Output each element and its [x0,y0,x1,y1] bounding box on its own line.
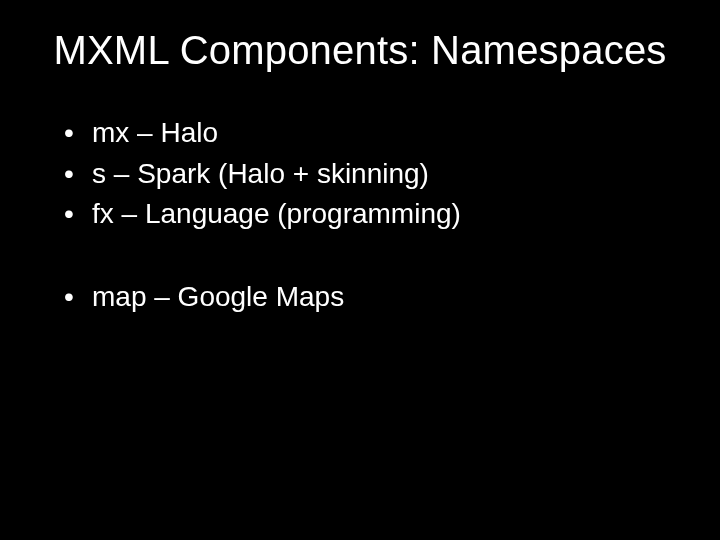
list-item: map – Google Maps [64,277,670,318]
bullet-list: map – Google Maps [50,277,670,318]
slide-title: MXML Components: Namespaces [50,28,670,73]
slide: MXML Components: Namespaces mx – Halo s … [0,0,720,540]
spacer [50,235,670,277]
list-item: s – Spark (Halo + skinning) [64,154,670,195]
list-item: fx – Language (programming) [64,194,670,235]
list-item: mx – Halo [64,113,670,154]
bullet-list: mx – Halo s – Spark (Halo + skinning) fx… [50,113,670,235]
